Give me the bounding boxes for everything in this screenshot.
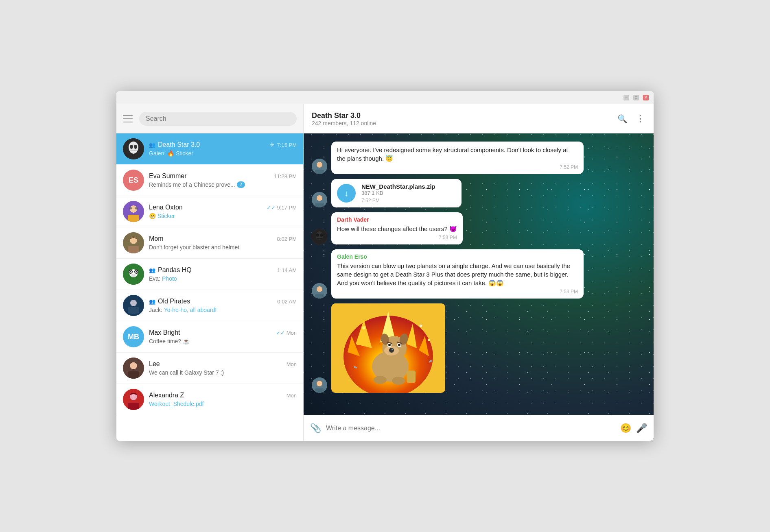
- chat-name-row: 👥 Death Star 3.0 ✈ 7:15 PM: [149, 141, 297, 148]
- chat-time: 7:15 PM: [277, 142, 297, 148]
- avatar: [123, 389, 144, 410]
- svg-point-28: [130, 362, 137, 369]
- chat-time: 8:02 PM: [277, 236, 297, 242]
- sidebar-header: [116, 104, 303, 133]
- chat-preview: Don't forget your blaster and helmet: [149, 244, 297, 251]
- svg-point-78: [428, 339, 430, 341]
- avatar: MB: [123, 326, 144, 347]
- svg-point-68: [398, 344, 400, 346]
- svg-point-63: [392, 349, 393, 350]
- chat-preview: Jack: Yo-ho-ho, all aboard!: [149, 307, 297, 313]
- chat-name-row: Mom 8:02 PM: [149, 235, 297, 242]
- svg-rect-29: [128, 371, 139, 379]
- chat-name-row: 👥 Pandas HQ 1:14 AM: [149, 266, 297, 274]
- chat-name: 👥 Pandas HQ: [149, 266, 192, 274]
- avatar: [123, 264, 144, 285]
- chat-time: 9:17 PM: [277, 205, 297, 211]
- chat-header-icons: 🔍 ⋮: [617, 113, 645, 124]
- hamburger-menu-icon[interactable]: [123, 115, 133, 122]
- avatar-image: [123, 389, 144, 410]
- svg-point-45: [317, 286, 322, 292]
- sticker-image: [331, 303, 445, 393]
- chat-item-max-bright[interactable]: MB Max Bright ✓✓ Mon Coffee time? ☕: [116, 321, 303, 353]
- svg-rect-38: [315, 203, 324, 207]
- chat-name-row: Lee Mon: [149, 360, 297, 368]
- search-icon[interactable]: 🔍: [617, 114, 628, 124]
- search-input[interactable]: [146, 115, 290, 122]
- file-download-button[interactable]: ↓: [337, 184, 356, 203]
- message-time: 7:52 PM: [361, 198, 435, 203]
- svg-rect-5: [130, 150, 137, 151]
- input-area: 📎 😊 🎤: [304, 415, 654, 441]
- chat-item-lee[interactable]: Lee Mon We can call it Galaxy Star 7 ;): [116, 353, 303, 384]
- svg-point-21: [136, 271, 137, 273]
- chat-item-mom[interactable]: Mom 8:02 PM Don't forget your blaster an…: [116, 227, 303, 259]
- search-box[interactable]: [139, 112, 297, 126]
- attach-icon[interactable]: 📎: [310, 423, 321, 434]
- mic-icon[interactable]: 🎤: [636, 423, 647, 434]
- maximize-button[interactable]: □: [633, 95, 639, 100]
- avatar-image: [312, 192, 327, 207]
- chat-header: Death Star 3.0 242 members, 112 online 🔍…: [304, 104, 654, 133]
- chat-item-pandas-hq[interactable]: 👥 Pandas HQ 1:14 AM Eva: Photo: [116, 259, 303, 290]
- chat-info: Alexandra Z Mon Workout_Shedule.pdf: [149, 392, 297, 407]
- file-size: 387.1 KB: [361, 190, 435, 196]
- chat-info: 👥 Old Pirates 0:02 AM Jack: Yo-ho-ho, al…: [149, 298, 297, 313]
- emoji-icon[interactable]: 😊: [620, 423, 631, 434]
- chat-name: Eva Summer: [149, 172, 186, 180]
- avatar-image: [123, 264, 144, 285]
- chat-time: Mon: [287, 392, 297, 399]
- close-button[interactable]: ✕: [643, 95, 649, 100]
- group-icon: 👥: [149, 142, 155, 148]
- avatar-image: [123, 358, 144, 379]
- group-icon: 👥: [149, 267, 155, 273]
- chat-preview: We can call it Galaxy Star 7 ;): [149, 369, 297, 376]
- message-avatar: [312, 192, 327, 207]
- message-text: This version can blow up two planets on …: [337, 262, 578, 287]
- messages-area: Hi everyone. I've redesigned some key st…: [304, 133, 654, 415]
- chat-info: 👥 Pandas HQ 1:14 AM Eva: Photo: [149, 266, 297, 282]
- chat-time: 11:28 PM: [274, 173, 297, 179]
- chat-preview: Galen: 🔥 Sticker: [149, 150, 297, 157]
- sticker-svg: [331, 303, 445, 393]
- svg-point-34: [317, 162, 322, 168]
- chat-info: Eva Summer 11:28 PM Reminds me of a Chin…: [149, 172, 297, 188]
- chat-preview: Reminds me of a Chinese prove... 2: [149, 181, 297, 188]
- avatar: [123, 201, 144, 222]
- svg-rect-26: [128, 307, 139, 314]
- chat-info: Lee Mon We can call it Galaxy Star 7 ;): [149, 360, 297, 376]
- message-bubble: Hi everyone. I've redesigned some key st…: [331, 142, 584, 174]
- message-input[interactable]: [326, 425, 615, 432]
- chat-item-eva-summer[interactable]: ES Eva Summer 11:28 PM Reminds me of a C…: [116, 165, 303, 196]
- chat-name-row: Eva Summer 11:28 PM: [149, 172, 297, 180]
- chat-item-old-pirates[interactable]: 👥 Old Pirates 0:02 AM Jack: Yo-ho-ho, al…: [116, 290, 303, 321]
- chat-name: 👥 Death Star 3.0: [149, 141, 200, 148]
- chat-time: 1:14 AM: [277, 267, 297, 273]
- message-bubble: Galen Erso This version can blow up two …: [331, 249, 584, 299]
- send-icon: ✈: [269, 141, 275, 148]
- chat-name: Mom: [149, 235, 164, 242]
- message-row: Darth Vader How will these changes affec…: [312, 212, 645, 244]
- svg-rect-35: [315, 170, 324, 174]
- chat-preview: Eva: Photo: [149, 275, 297, 282]
- message-bubble: Darth Vader How will these changes affec…: [331, 212, 463, 244]
- chat-area: Death Star 3.0 242 members, 112 online 🔍…: [304, 104, 654, 441]
- chat-item-alexandra-z[interactable]: Alexandra Z Mon Workout_Shedule.pdf: [116, 384, 303, 415]
- message-row: Galen Erso This version can blow up two …: [312, 249, 645, 299]
- avatar: [123, 295, 144, 316]
- svg-point-62: [389, 348, 394, 353]
- chat-name: Max Bright: [149, 329, 180, 336]
- chat-name: Lee: [149, 360, 160, 368]
- message-row: Hi everyone. I've redesigned some key st…: [312, 142, 645, 174]
- svg-point-65: [388, 344, 391, 346]
- svg-rect-8: [128, 215, 139, 222]
- more-options-icon[interactable]: ⋮: [636, 113, 645, 124]
- chat-item-lena-oxton[interactable]: Lena Oxton ✓✓ 9:17 PM 😁 Sticker: [116, 196, 303, 227]
- chat-time: Mon: [287, 361, 297, 367]
- minimize-button[interactable]: –: [623, 95, 629, 100]
- message-time: 7:53 PM: [337, 235, 457, 240]
- svg-point-74: [392, 377, 405, 385]
- double-check-icon: ✓✓: [276, 330, 285, 336]
- chat-time: Mon: [287, 330, 297, 336]
- chat-item-death-star[interactable]: 👥 Death Star 3.0 ✈ 7:15 PM Galen: 🔥 Stic…: [116, 133, 303, 165]
